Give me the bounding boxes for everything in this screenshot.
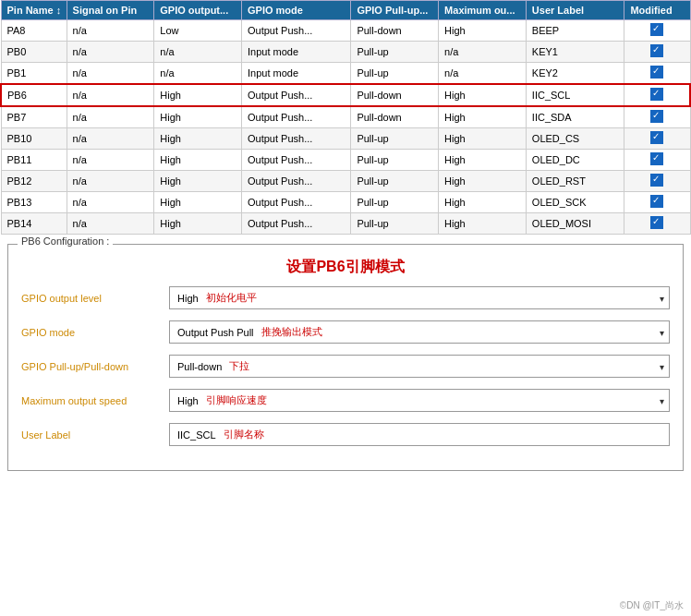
table-cell: Pull-up [351, 192, 439, 213]
table-cell: n/a [67, 192, 154, 213]
table-cell: IIC_SCL [526, 84, 624, 106]
table-cell: Output Push... [241, 150, 350, 171]
checkbox-icon[interactable] [650, 174, 663, 187]
table-row[interactable]: PB11n/aHighOutput Push...Pull-upHighOLED… [1, 150, 690, 171]
pin-table: Pin Name ↕Signal on PinGPIO output...GPI… [0, 0, 691, 235]
table-cell: Output Push... [241, 213, 350, 235]
table-cell-modified[interactable] [624, 63, 690, 85]
config-legend: PB6 Configuration : [18, 236, 113, 247]
select-value: Pull-down [177, 361, 222, 372]
config-select-wrapper[interactable]: Pull-down下拉▾ [169, 355, 670, 378]
table-cell: PB1 [1, 63, 67, 85]
input-value: IIC_SCL [177, 429, 216, 441]
table-row[interactable]: PB12n/aHighOutput Push...Pull-upHighOLED… [1, 171, 690, 192]
pin-table-section: Pin Name ↕Signal on PinGPIO output...GPI… [0, 0, 691, 235]
config-select-display[interactable]: High初始化电平 [169, 286, 670, 309]
table-cell-modified[interactable] [624, 128, 690, 150]
table-cell: Pull-up [351, 150, 439, 171]
table-cell: High [439, 192, 527, 213]
table-cell: High [154, 106, 242, 128]
table-header-cell[interactable]: Modified [624, 1, 690, 20]
checkbox-icon[interactable] [650, 152, 663, 165]
table-cell: High [439, 128, 527, 150]
table-row[interactable]: PB6n/aHighOutput Push...Pull-downHighIIC… [1, 84, 690, 106]
table-row[interactable]: PB0n/an/aInput modePull-upn/aKEY1 [1, 42, 690, 63]
table-cell: Output Push... [241, 20, 350, 42]
table-cell: OLED_DC [526, 150, 624, 171]
table-cell-modified[interactable] [624, 20, 690, 42]
table-header-cell[interactable]: Signal on Pin [67, 1, 154, 20]
config-row-label: GPIO Pull-up/Pull-down [21, 361, 169, 372]
checkbox-icon[interactable] [650, 66, 663, 79]
table-cell: PB11 [1, 150, 67, 171]
checkbox-icon[interactable] [650, 131, 663, 144]
table-cell: PB10 [1, 128, 67, 150]
table-cell-modified[interactable] [624, 42, 690, 63]
table-cell: OLED_RST [526, 171, 624, 192]
checkbox-icon[interactable] [650, 216, 663, 229]
checkbox-icon[interactable] [650, 23, 663, 36]
table-cell: BEEP [526, 20, 624, 42]
config-input-display[interactable]: IIC_SCL引脚名称 [169, 423, 670, 446]
config-row-label: GPIO output level [21, 293, 169, 304]
table-cell: Pull-up [351, 171, 439, 192]
table-cell: High [439, 171, 527, 192]
table-cell: KEY1 [526, 42, 624, 63]
config-row: Maximum output speedHigh引脚响应速度▾ [21, 389, 670, 412]
table-cell-modified[interactable] [624, 84, 690, 106]
checkbox-icon[interactable] [650, 88, 663, 101]
table-header-cell[interactable]: Pin Name ↕ [1, 1, 67, 20]
table-header-cell[interactable]: User Label [526, 1, 624, 20]
table-cell: n/a [67, 42, 154, 63]
table-cell: High [154, 128, 242, 150]
checkbox-icon[interactable] [650, 110, 663, 123]
table-row[interactable]: PB7n/aHighOutput Push...Pull-downHighIIC… [1, 106, 690, 128]
table-cell: PB13 [1, 192, 67, 213]
table-row[interactable]: PB10n/aHighOutput Push...Pull-upHighOLED… [1, 128, 690, 150]
config-select-display[interactable]: Output Push Pull推挽输出模式 [169, 320, 670, 344]
table-cell: Low [154, 20, 242, 42]
config-select-wrapper[interactable]: Output Push Pull推挽输出模式▾ [169, 320, 670, 344]
table-cell-modified[interactable] [624, 106, 690, 128]
table-row[interactable]: PB14n/aHighOutput Push...Pull-upHighOLED… [1, 213, 690, 235]
table-cell-modified[interactable] [624, 213, 690, 235]
table-cell: n/a [154, 63, 242, 85]
table-cell: High [439, 20, 527, 42]
config-select-wrapper[interactable]: High引脚响应速度▾ [169, 389, 670, 412]
table-cell: OLED_CS [526, 128, 624, 150]
table-row[interactable]: PB1n/an/aInput modePull-upn/aKEY2 [1, 63, 690, 85]
table-cell: High [439, 150, 527, 171]
table-cell: Pull-up [351, 63, 439, 85]
config-input-wrapper: IIC_SCL引脚名称 [169, 423, 670, 446]
table-cell-modified[interactable] [624, 192, 690, 213]
table-header-cell[interactable]: GPIO Pull-up... [351, 1, 439, 20]
table-cell: Output Push... [241, 171, 350, 192]
table-row[interactable]: PA8n/aLowOutput Push...Pull-downHighBEEP [1, 20, 690, 42]
table-cell: n/a [67, 150, 154, 171]
table-header-cell[interactable]: Maximum ou... [439, 1, 527, 20]
table-row[interactable]: PB13n/aHighOutput Push...Pull-upHighOLED… [1, 192, 690, 213]
config-select-display[interactable]: Pull-down下拉 [169, 355, 670, 378]
config-select-wrapper[interactable]: High初始化电平▾ [169, 286, 670, 309]
table-cell: Output Push... [241, 106, 350, 128]
table-cell-modified[interactable] [624, 171, 690, 192]
table-cell: n/a [67, 128, 154, 150]
config-row: GPIO modeOutput Push Pull推挽输出模式▾ [21, 320, 670, 344]
checkbox-icon[interactable] [650, 195, 663, 208]
table-cell: Pull-up [351, 213, 439, 235]
select-hint: 引脚响应速度 [206, 393, 267, 407]
table-cell-modified[interactable] [624, 150, 690, 171]
table-cell: n/a [67, 84, 154, 106]
table-cell: PB14 [1, 213, 67, 235]
table-header-cell[interactable]: GPIO output... [154, 1, 242, 20]
table-header-cell[interactable]: GPIO mode [241, 1, 350, 20]
config-row: GPIO output levelHigh初始化电平▾ [21, 286, 670, 309]
watermark: ©DN @IT_尚水 [620, 599, 684, 612]
table-cell: PB12 [1, 171, 67, 192]
input-hint: 引脚名称 [224, 428, 264, 441]
table-cell: PA8 [1, 20, 67, 42]
config-select-display[interactable]: High引脚响应速度 [169, 389, 670, 412]
select-hint: 推挽输出模式 [261, 325, 322, 339]
checkbox-icon[interactable] [650, 44, 663, 57]
table-cell: Input mode [241, 63, 350, 85]
